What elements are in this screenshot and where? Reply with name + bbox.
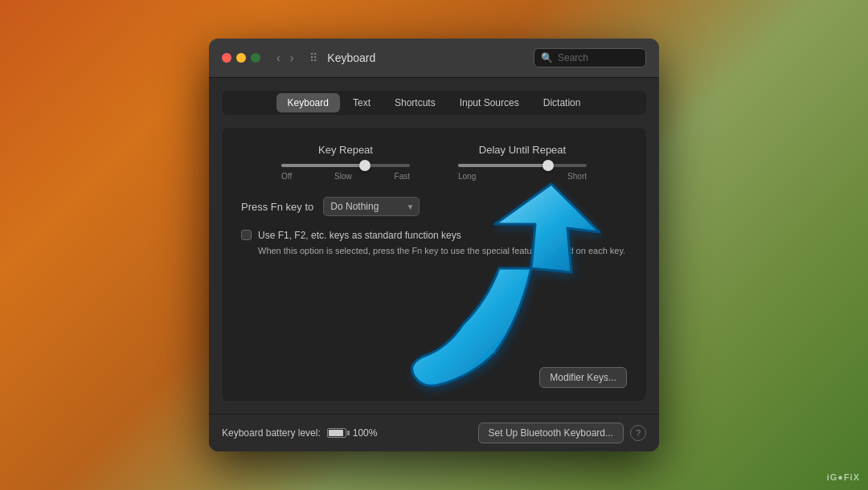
delay-repeat-track[interactable]	[458, 164, 587, 167]
forward-arrow-icon[interactable]: ›	[287, 50, 297, 66]
content-area: Keyboard Text Shortcuts Input Sources Di…	[209, 78, 659, 414]
key-repeat-fill	[281, 164, 365, 167]
back-arrow-icon[interactable]: ‹	[273, 50, 284, 66]
battery-icon	[327, 428, 346, 438]
key-repeat-group: Key Repeat Off Slow Fast	[281, 144, 410, 181]
bottom-bar: Keyboard battery level: 100% Set Up Blue…	[209, 414, 659, 451]
fn-keys-checkbox-label: Use F1, F2, etc. keys as standard functi…	[258, 229, 625, 243]
key-repeat-slow-label: Slow	[334, 172, 352, 181]
battery-fill	[329, 430, 343, 436]
delay-repeat-labels: Long Short	[458, 172, 587, 181]
keyboard-preferences-window: ‹ › ⠿ Keyboard 🔍 Keyboard Text Shortcuts…	[209, 39, 659, 451]
tab-shortcuts[interactable]: Shortcuts	[383, 93, 447, 112]
key-repeat-track[interactable]	[281, 164, 410, 167]
key-repeat-off-label: Off	[281, 172, 292, 181]
fn-key-dropdown[interactable]: Do Nothing ▼	[323, 197, 420, 216]
key-repeat-labels: Off Slow Fast	[281, 172, 410, 181]
tab-text[interactable]: Text	[342, 93, 382, 112]
fn-keys-checkbox-desc: When this option is selected, press the …	[258, 245, 625, 257]
titlebar: ‹ › ⠿ Keyboard 🔍	[209, 39, 659, 78]
setup-bluetooth-keyboard-button[interactable]: Set Up Bluetooth Keyboard...	[478, 423, 624, 443]
grid-icon[interactable]: ⠿	[309, 51, 317, 64]
traffic-lights	[222, 53, 260, 63]
delay-short-label: Short	[567, 172, 587, 181]
help-button[interactable]: ?	[630, 425, 646, 441]
tab-keyboard[interactable]: Keyboard	[276, 93, 340, 112]
key-repeat-fast-label: Fast	[395, 172, 410, 181]
modifier-keys-button[interactable]: Modifier Keys...	[539, 367, 627, 388]
sliders-row: Key Repeat Off Slow Fast Delay Until Rep…	[241, 144, 627, 181]
watermark: iG●FiX	[827, 472, 860, 482]
fn-dropdown-value: Do Nothing	[330, 201, 379, 212]
maximize-button[interactable]	[251, 53, 260, 63]
fn-key-label: Press Fn key to	[241, 201, 313, 213]
key-repeat-thumb[interactable]	[359, 160, 371, 171]
search-box[interactable]: 🔍	[534, 48, 646, 67]
dropdown-arrow-icon: ▼	[406, 202, 414, 211]
minimize-button[interactable]	[236, 53, 246, 63]
battery-info: Keyboard battery level: 100%	[222, 427, 377, 439]
close-button[interactable]	[222, 53, 231, 63]
fn-key-row: Press Fn key to Do Nothing ▼	[241, 197, 627, 216]
battery-label: Keyboard battery level:	[222, 427, 321, 439]
window-title: Keyboard	[327, 51, 527, 64]
delay-repeat-thumb[interactable]	[542, 160, 554, 171]
battery-percentage: 100%	[353, 427, 378, 439]
fn-keys-checkbox-row: Use F1, F2, etc. keys as standard functi…	[241, 229, 627, 257]
keyboard-panel: Key Repeat Off Slow Fast Delay Until Rep…	[222, 128, 646, 401]
search-icon: 🔍	[541, 52, 553, 63]
delay-repeat-group: Delay Until Repeat Long Short	[458, 144, 587, 181]
fn-keys-checkbox[interactable]	[241, 230, 252, 240]
delay-long-label: Long	[458, 172, 476, 181]
delay-repeat-fill	[458, 164, 548, 167]
tab-input-sources[interactable]: Input Sources	[448, 93, 530, 112]
tab-dictation[interactable]: Dictation	[532, 93, 592, 112]
nav-arrows: ‹ ›	[273, 50, 297, 66]
fn-keys-checkbox-text-group: Use F1, F2, etc. keys as standard functi…	[258, 229, 625, 257]
bottom-buttons: Set Up Bluetooth Keyboard... ?	[478, 423, 646, 443]
delay-repeat-label: Delay Until Repeat	[479, 144, 566, 156]
tabs-bar: Keyboard Text Shortcuts Input Sources Di…	[222, 91, 646, 115]
search-input[interactable]	[558, 52, 638, 63]
key-repeat-label: Key Repeat	[318, 144, 373, 156]
